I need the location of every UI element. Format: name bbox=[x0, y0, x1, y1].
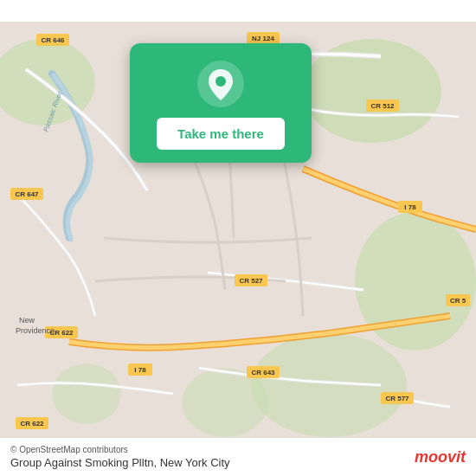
svg-text:I 78: I 78 bbox=[134, 366, 146, 374]
svg-text:CR 622: CR 622 bbox=[20, 420, 44, 428]
svg-text:CR 512: CR 512 bbox=[370, 102, 395, 110]
svg-text:New: New bbox=[19, 316, 35, 325]
svg-point-3 bbox=[251, 333, 407, 437]
moovit-text: moovit bbox=[415, 448, 466, 466]
svg-text:I 78: I 78 bbox=[404, 203, 416, 211]
svg-point-5 bbox=[52, 363, 121, 424]
moovit-logo: moovit bbox=[415, 448, 466, 466]
svg-text:NJ 124: NJ 124 bbox=[252, 35, 274, 42]
place-name: Group Against Smoking Plltn, New York Ci… bbox=[10, 456, 230, 469]
svg-text:CR 643: CR 643 bbox=[251, 369, 275, 376]
location-pin-icon bbox=[197, 61, 244, 107]
bottom-bar: © OpenStreetMap contributors Group Again… bbox=[0, 437, 476, 476]
osm-attribution: © OpenStreetMap contributors bbox=[10, 445, 230, 454]
bottom-left-info: © OpenStreetMap contributors Group Again… bbox=[10, 445, 230, 469]
svg-text:CR 577: CR 577 bbox=[385, 395, 409, 402]
svg-text:CR 647: CR 647 bbox=[15, 190, 39, 198]
card-overlay: Take me there bbox=[130, 43, 312, 163]
svg-text:CR 527: CR 527 bbox=[239, 277, 263, 285]
take-me-there-button[interactable]: Take me there bbox=[157, 118, 285, 150]
map-container: 649 CR 646 NJ 124 CR 512 CR 647 I 78 CR … bbox=[0, 0, 476, 476]
svg-text:CR 5: CR 5 bbox=[450, 297, 466, 305]
svg-point-37 bbox=[215, 76, 226, 87]
svg-text:CR 646: CR 646 bbox=[41, 36, 65, 44]
svg-text:Providence: Providence bbox=[16, 326, 55, 335]
